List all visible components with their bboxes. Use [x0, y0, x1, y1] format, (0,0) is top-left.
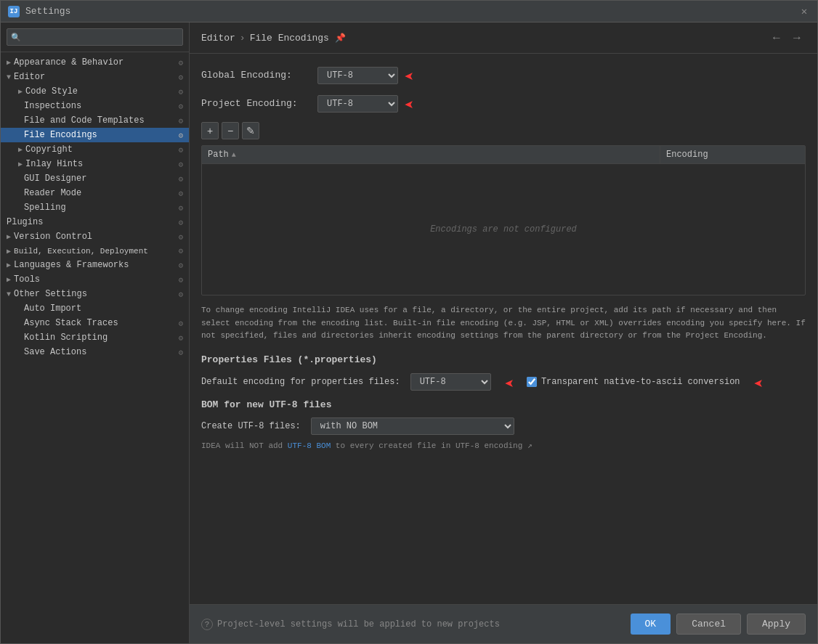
breadcrumb: Editor › File Encodings 📌: [201, 33, 346, 44]
sidebar-item-file-encodings[interactable]: File Encodings ⚙: [1, 128, 189, 142]
sidebar-item-build-execution[interactable]: ▶ Build, Execution, Deployment ⚙: [1, 244, 189, 258]
table-body: Encodings are not configured: [202, 164, 805, 295]
settings-content: Global Encoding: UTF-8 UTF-16 ISO-8859-1…: [190, 54, 817, 604]
arrow-icon: ▶: [7, 247, 11, 256]
sidebar-item-appearance[interactable]: ▶ Appearance & Behavior ⚙: [1, 55, 189, 70]
apply-button[interactable]: Apply: [747, 614, 806, 635]
annotation-arrow-checkbox: ➤: [753, 372, 763, 392]
sidebar-item-spelling[interactable]: Spelling ⚙: [1, 200, 189, 215]
settings-icon: ⚙: [178, 102, 183, 111]
search-input[interactable]: [7, 28, 183, 46]
panel-header: Editor › File Encodings 📌 ← →: [190, 23, 817, 54]
sidebar-item-file-code-templates[interactable]: File and Code Templates ⚙: [1, 113, 189, 128]
sidebar-item-kotlin-scripting[interactable]: Kotlin Scripting ⚙: [1, 330, 189, 345]
paths-table: Path ▲ Encoding Encodings are not config…: [201, 145, 806, 295]
ok-button[interactable]: OK: [631, 614, 671, 635]
project-encoding-label: Project Encoding:: [201, 98, 317, 109]
global-encoding-label: Global Encoding:: [201, 70, 317, 81]
sidebar-item-label: Plugins: [7, 217, 178, 227]
settings-icon: ⚙: [178, 58, 183, 68]
arrow-icon: ▼: [7, 290, 11, 298]
sidebar-item-async-stack-traces[interactable]: Async Stack Traces ⚙: [1, 316, 189, 330]
sidebar-item-label: Inspections: [24, 101, 178, 111]
settings-icon: ⚙: [178, 87, 183, 97]
empty-message: Encodings are not configured: [430, 224, 577, 235]
settings-icon: ⚙: [178, 333, 183, 343]
sidebar-item-inlay-hints[interactable]: ▶ Inlay Hints ⚙: [1, 157, 189, 171]
sidebar-item-other-settings[interactable]: ▼ Other Settings ⚙: [1, 287, 189, 301]
add-path-button[interactable]: +: [201, 122, 219, 139]
close-button[interactable]: ✕: [798, 6, 810, 17]
sidebar-item-reader-mode[interactable]: Reader Mode ⚙: [1, 186, 189, 200]
sidebar-item-auto-import[interactable]: Auto Import: [1, 301, 189, 316]
sidebar-item-label: Code Style: [25, 86, 178, 97]
transparent-checkbox[interactable]: [527, 377, 537, 387]
properties-section-title: Properties Files (*.properties): [201, 354, 806, 365]
bom-row: Create UTF-8 files: with NO BOM with BOM…: [201, 417, 806, 435]
sidebar-item-plugins[interactable]: Plugins ⚙: [1, 215, 189, 229]
arrow-icon: ▶: [7, 232, 11, 241]
settings-icon: ⚙: [178, 131, 183, 140]
main-content-area: 🔍 ▶ Appearance & Behavior ⚙ ▼ Editor ⚙: [1, 23, 817, 643]
arrow-icon: ▶: [18, 160, 23, 168]
sidebar-item-editor[interactable]: ▼ Editor ⚙: [1, 70, 189, 84]
bom-note-suffix: to every created file in UTF-8 encoding …: [331, 441, 532, 450]
col-path: Path ▲: [202, 146, 660, 163]
sidebar-item-inspections[interactable]: Inspections ⚙: [1, 99, 189, 113]
properties-encoding-select[interactable]: UTF-8 UTF-16 ISO-8859-1: [410, 373, 491, 391]
help-icon[interactable]: ?: [201, 619, 213, 630]
back-button[interactable]: ←: [768, 30, 785, 46]
sidebar-item-version-control[interactable]: ▶ Version Control ⚙: [1, 229, 189, 244]
global-encoding-select[interactable]: UTF-8 UTF-16 ISO-8859-1: [317, 67, 398, 84]
sidebar-item-label: Version Control: [14, 232, 178, 242]
forward-button[interactable]: →: [788, 30, 806, 46]
settings-icon: ⚙: [178, 145, 183, 155]
sidebar-item-tools[interactable]: ▶ Tools ⚙: [1, 272, 189, 287]
sidebar-item-label: Kotlin Scripting: [24, 333, 178, 343]
main-panel: Editor › File Encodings 📌 ← → Global Enc…: [190, 23, 817, 643]
project-encoding-select[interactable]: UTF-8 UTF-16 ISO-8859-1: [317, 95, 398, 113]
sidebar-item-label: Languages & Frameworks: [14, 260, 178, 270]
sidebar-item-label: Other Settings: [14, 289, 178, 299]
settings-icon: ⚙: [178, 218, 183, 227]
window-title: Settings: [25, 6, 70, 17]
sidebar-item-languages-frameworks[interactable]: ▶ Languages & Frameworks ⚙: [1, 258, 189, 272]
sidebar-item-gui-designer[interactable]: GUI Designer ⚙: [1, 171, 189, 186]
settings-icon: ⚙: [178, 319, 183, 328]
default-encoding-label: Default encoding for properties files:: [201, 377, 400, 387]
annotation-arrow-props: ➤: [504, 372, 514, 392]
global-encoding-row: Global Encoding: UTF-8 UTF-16 ISO-8859-1…: [201, 65, 806, 85]
sidebar-item-label: File and Code Templates: [24, 115, 178, 126]
sidebar-item-label: Async Stack Traces: [24, 318, 178, 328]
bom-note-prefix: IDEA will NOT add: [201, 441, 288, 450]
sidebar-item-copyright[interactable]: ▶ Copyright ⚙: [1, 142, 189, 157]
help-section: ? Project-level settings will be applied…: [201, 619, 500, 630]
sidebar-item-label: Spelling: [24, 203, 178, 213]
remove-path-button[interactable]: −: [222, 122, 239, 139]
settings-icon: ⚙: [178, 174, 183, 184]
bom-create-label: Create UTF-8 files:: [201, 421, 301, 431]
sidebar-item-label: Inlay Hints: [25, 159, 178, 169]
sidebar-item-label: GUI Designer: [24, 174, 178, 184]
properties-encoding-row: Default encoding for properties files: U…: [201, 372, 806, 392]
sort-icon[interactable]: ▲: [232, 151, 236, 159]
settings-icon: ⚙: [178, 246, 183, 256]
cancel-button[interactable]: Cancel: [676, 614, 741, 635]
arrow-icon: ▼: [7, 73, 11, 81]
info-text: To change encoding IntelliJ IDEA uses fo…: [201, 304, 806, 343]
bom-note: IDEA will NOT add UTF-8 BOM to every cre…: [201, 441, 806, 450]
sidebar-item-save-actions[interactable]: Save Actions ⚙: [1, 345, 189, 359]
help-text: Project-level settings will be applied t…: [217, 619, 500, 629]
sidebar-item-code-style[interactable]: ▶ Code Style ⚙: [1, 84, 189, 99]
sidebar-item-label: Copyright: [25, 144, 178, 155]
sidebar-item-label: Reader Mode: [24, 188, 178, 198]
bom-create-select[interactable]: with NO BOM with BOM with BOM (comment i…: [311, 417, 514, 435]
titlebar: IJ Settings ✕: [1, 1, 817, 23]
transparent-label: Transparent native-to-ascii conversion: [541, 377, 740, 387]
bom-title: BOM for new UTF-8 files: [201, 399, 806, 410]
sidebar: 🔍 ▶ Appearance & Behavior ⚙ ▼ Editor ⚙: [1, 23, 190, 643]
annotation-arrow: ➤: [404, 65, 413, 85]
edit-path-button[interactable]: ✎: [242, 122, 259, 139]
settings-icon: ⚙: [178, 189, 183, 198]
sidebar-item-label: Appearance & Behavior: [14, 57, 178, 68]
